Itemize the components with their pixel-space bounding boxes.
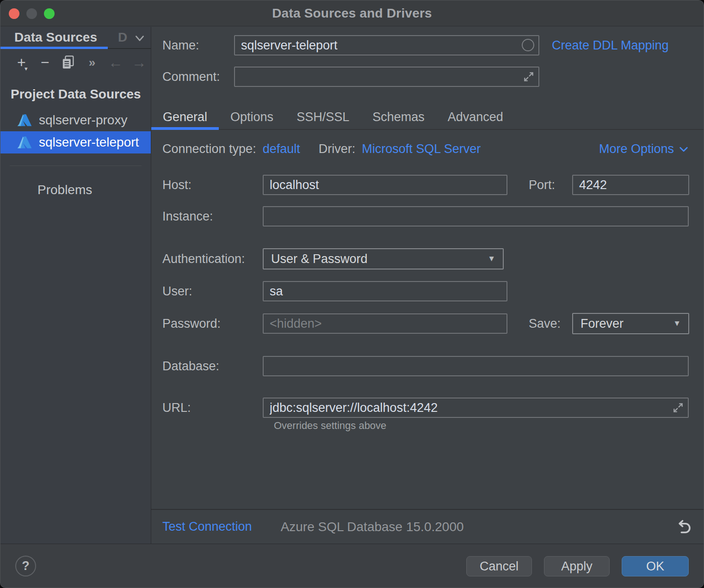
main-panel: Name: Create DDL Mapping Comment: [151, 27, 704, 544]
tab-general[interactable]: General [151, 105, 219, 129]
dialog-content: Data Sources D + ▾ − [0, 27, 704, 544]
url-hint-text: Overrides settings above [274, 420, 386, 432]
sidebar-toolbar: + ▾ − [0, 49, 151, 76]
data-sources-dialog: Data Sources and Drivers Data Sources D … [0, 0, 704, 588]
chevron-down-icon [679, 145, 689, 155]
save-select[interactable]: Forever ▼ [572, 313, 689, 334]
sidebar-tab-strip: Data Sources D [0, 27, 151, 49]
driver-label: Driver: [319, 142, 356, 156]
tab-data-sources[interactable]: Data Sources [14, 30, 97, 45]
list-item-label: sqlserver-proxy [39, 113, 127, 128]
data-source-list: sqlserver-proxy sqlserver-teleport [0, 109, 151, 153]
authentication-label: Authentication: [162, 252, 263, 266]
ok-button[interactable]: OK [622, 556, 689, 576]
sidebar: Data Sources D + ▾ − [0, 27, 151, 544]
save-label: Save: [529, 317, 561, 331]
host-row: Host: Port: [162, 175, 689, 195]
user-label: User: [162, 284, 263, 299]
tab-advanced[interactable]: Advanced [436, 105, 515, 129]
connection-type-value-link[interactable]: default [263, 142, 300, 156]
user-row: User: [162, 281, 689, 301]
password-input[interactable] [263, 313, 507, 334]
dropdown-caret-icon: ▼ [488, 254, 495, 263]
expand-icon[interactable] [672, 402, 684, 414]
name-label: Name: [162, 38, 234, 53]
list-item-sqlserver-proxy[interactable]: sqlserver-proxy [0, 109, 151, 131]
test-connection-link[interactable]: Test Connection [162, 520, 252, 534]
duplicate-data-source-button[interactable] [57, 53, 80, 72]
url-input-wrap [263, 398, 689, 418]
chevron-down-icon[interactable] [134, 32, 146, 44]
help-button[interactable]: ? [15, 556, 36, 576]
minus-icon: − [41, 55, 49, 70]
instance-input[interactable] [263, 206, 689, 227]
authentication-row: Authentication: User & Password ▼ [162, 249, 689, 269]
tab-options[interactable]: Options [219, 105, 285, 129]
close-window-button[interactable] [9, 8, 19, 19]
dropdown-caret-icon: ▼ [673, 319, 681, 328]
undo-icon[interactable] [675, 518, 693, 537]
add-data-source-button[interactable]: + ▾ [10, 53, 33, 72]
more-options-link[interactable]: More Options [599, 142, 674, 156]
titlebar: Data Sources and Drivers [0, 0, 704, 26]
name-input-wrap [234, 35, 539, 55]
authentication-value: User & Password [271, 252, 368, 266]
sidebar-divider [10, 165, 142, 166]
comment-row: Comment: [162, 67, 689, 87]
authentication-select[interactable]: User & Password ▼ [263, 248, 504, 270]
host-input[interactable] [263, 175, 507, 195]
url-input[interactable] [263, 398, 689, 418]
comment-input-wrap [234, 67, 539, 87]
tab-ssh-ssl[interactable]: SSH/SSL [285, 105, 361, 129]
double-chevron-icon: » [89, 56, 95, 68]
host-label: Host: [162, 178, 263, 192]
sidebar-item-problems[interactable]: Problems [0, 179, 151, 201]
database-row: Database: [162, 356, 689, 376]
comment-input[interactable] [234, 67, 539, 87]
cancel-button[interactable]: Cancel [466, 556, 532, 576]
url-label: URL: [162, 401, 263, 415]
apply-button[interactable]: Apply [544, 556, 610, 576]
back-button[interactable]: ← [104, 53, 127, 72]
password-label: Password: [162, 317, 263, 331]
comment-label: Comment: [162, 70, 234, 84]
active-tab-underline [0, 47, 108, 49]
name-input[interactable] [234, 35, 539, 55]
database-label: Database: [162, 359, 263, 374]
database-input[interactable] [263, 356, 689, 376]
arrow-right-icon: → [132, 55, 147, 70]
project-data-sources-header: Project Data Sources [11, 87, 151, 102]
more-options-link-wrap: More Options [599, 139, 689, 159]
instance-row: Instance: [162, 206, 689, 227]
progress-spinner-icon [522, 39, 534, 51]
azure-icon [17, 114, 32, 127]
arrow-left-icon: ← [108, 55, 123, 70]
settings-tab-bar: General Options SSH/SSL Schemas Advanced [151, 105, 704, 130]
plus-caret-icon: ▾ [25, 65, 28, 72]
tab-drivers-partial[interactable]: D [118, 30, 129, 45]
port-input[interactable] [572, 175, 689, 195]
instance-label: Instance: [162, 209, 263, 224]
connection-type-label: Connection type: [162, 142, 256, 156]
more-actions-button[interactable]: » [80, 53, 104, 72]
zoom-window-button[interactable] [44, 8, 55, 19]
create-ddl-mapping-link[interactable]: Create DDL Mapping [552, 38, 669, 53]
minimize-window-button[interactable] [26, 8, 37, 19]
tab-schemas[interactable]: Schemas [361, 105, 436, 129]
url-row: URL: [162, 398, 689, 418]
driver-value-link[interactable]: Microsoft SQL Server [362, 142, 481, 156]
expand-icon[interactable] [523, 71, 535, 83]
traffic-lights [9, 8, 55, 19]
remove-data-source-button[interactable]: − [33, 53, 57, 72]
dialog-footer: ? Cancel Apply OK [0, 544, 704, 588]
list-item-sqlserver-teleport[interactable]: sqlserver-teleport [0, 131, 151, 153]
save-value: Forever [580, 317, 624, 331]
name-row: Name: Create DDL Mapping [162, 35, 689, 55]
question-mark-icon: ? [22, 559, 30, 573]
user-input[interactable] [263, 281, 507, 301]
connection-type-row: Connection type: default Driver: Microso… [162, 139, 689, 159]
server-version-text: Azure SQL Database 15.0.2000 [281, 520, 464, 534]
dialog-buttons: Cancel Apply OK [466, 556, 689, 576]
forward-button[interactable]: → [127, 53, 151, 72]
list-item-label: sqlserver-teleport [39, 135, 139, 150]
